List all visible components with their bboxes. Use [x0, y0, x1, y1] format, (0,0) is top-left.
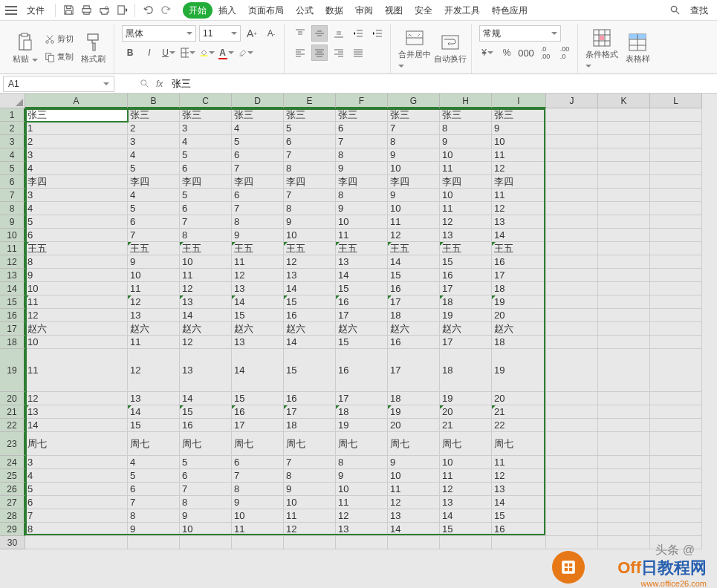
align-right-icon[interactable]	[331, 45, 347, 61]
row-header[interactable]: 11	[0, 242, 25, 255]
col-header[interactable]: H	[440, 94, 492, 108]
cell[interactable]: 周七	[284, 432, 336, 456]
cell[interactable]: 赵六	[180, 322, 232, 336]
cell[interactable]: 16	[232, 405, 284, 419]
cell[interactable]	[598, 122, 650, 135]
decrease-decimal-icon[interactable]: .00.0	[557, 45, 573, 61]
cell[interactable]: 1	[25, 122, 128, 135]
cell[interactable]: 10	[128, 269, 180, 282]
cell[interactable]	[128, 536, 180, 549]
cell[interactable]: 7	[232, 202, 284, 215]
cell[interactable]: 9	[232, 229, 284, 242]
cell[interactable]	[546, 108, 598, 122]
row-header[interactable]: 19	[0, 349, 25, 392]
cell[interactable]: 周七	[180, 432, 232, 456]
col-header[interactable]: G	[388, 94, 440, 108]
row-header[interactable]: 14	[0, 282, 25, 295]
cell[interactable]: 15	[284, 295, 336, 309]
align-center-icon[interactable]	[311, 45, 328, 61]
cell[interactable]: 16	[180, 419, 232, 432]
menu-search[interactable]: 查找	[684, 2, 714, 19]
redo-icon[interactable]	[158, 2, 174, 19]
cell[interactable]: 5	[128, 202, 180, 215]
cell[interactable]: 3	[25, 189, 128, 202]
cell[interactable]: 12	[25, 392, 128, 405]
cell[interactable]: 14	[284, 336, 336, 349]
cell[interactable]	[546, 269, 598, 282]
cell[interactable]: 李四	[180, 175, 232, 189]
cell[interactable]: 21	[440, 419, 492, 432]
align-top-icon[interactable]	[292, 25, 308, 42]
cell[interactable]	[650, 349, 702, 392]
cell[interactable]: 18	[492, 282, 546, 295]
cell[interactable]	[546, 509, 598, 523]
cell[interactable]: 6	[232, 189, 284, 202]
row-header[interactable]: 6	[0, 175, 25, 189]
cell[interactable]	[650, 269, 702, 282]
cell[interactable]: 周七	[25, 432, 128, 456]
underline-icon[interactable]: U	[160, 45, 177, 61]
row-header[interactable]: 3	[0, 135, 25, 148]
cell[interactable]: 4	[128, 456, 180, 469]
cell[interactable]: 4	[128, 189, 180, 202]
menu-tab-1[interactable]: 插入	[212, 2, 242, 19]
col-header[interactable]: J	[546, 94, 598, 108]
cell[interactable]: 9	[492, 122, 546, 135]
cell[interactable]: 18	[388, 392, 440, 405]
cell[interactable]: 王五	[25, 242, 128, 255]
font-select[interactable]: 黑体	[122, 25, 196, 42]
cell[interactable]: 7	[284, 456, 336, 469]
clear-format-icon[interactable]	[238, 45, 254, 61]
cell[interactable]	[650, 336, 702, 349]
cell[interactable]	[650, 432, 702, 456]
cell[interactable]	[598, 229, 650, 242]
cell[interactable]: 9	[284, 215, 336, 229]
cell[interactable]: 17	[336, 309, 388, 322]
cell[interactable]: 19	[492, 295, 546, 309]
cell[interactable]: 13	[232, 282, 284, 295]
cell[interactable]: 赵六	[388, 322, 440, 336]
border-icon[interactable]	[180, 45, 196, 61]
cell[interactable]	[546, 295, 598, 309]
cell[interactable]: 19	[388, 405, 440, 419]
cell[interactable]: 13	[440, 496, 492, 509]
cell[interactable]: 赵六	[492, 322, 546, 336]
cell[interactable]: 7	[388, 122, 440, 135]
row-header[interactable]: 13	[0, 269, 25, 282]
cell[interactable]: 10	[180, 523, 232, 536]
cell[interactable]: 10	[336, 215, 388, 229]
cell[interactable]: 赵六	[232, 322, 284, 336]
cell[interactable]: 11	[440, 202, 492, 215]
cell[interactable]: 7	[25, 509, 128, 523]
cell[interactable]	[546, 349, 598, 392]
cell[interactable]	[598, 269, 650, 282]
cell[interactable]: 12	[388, 229, 440, 242]
cell[interactable]: 11	[284, 509, 336, 523]
cell[interactable]: 3	[25, 148, 128, 162]
cell[interactable]: 18	[388, 309, 440, 322]
col-header[interactable]: F	[336, 94, 388, 108]
increase-decimal-icon[interactable]: .0.00	[537, 45, 554, 61]
formula-input[interactable]	[169, 76, 717, 92]
cell[interactable]: 10	[388, 469, 440, 483]
cell[interactable]: 13	[284, 269, 336, 282]
cell[interactable]: 5	[128, 162, 180, 175]
cell[interactable]: 王五	[492, 242, 546, 255]
cell[interactable]: 17	[440, 282, 492, 295]
copy-button[interactable]: 复制	[45, 49, 74, 65]
cell[interactable]	[546, 456, 598, 469]
row-header[interactable]: 28	[0, 509, 25, 523]
col-header[interactable]: E	[284, 94, 336, 108]
cell[interactable]: 15	[232, 392, 284, 405]
row-header[interactable]: 20	[0, 392, 25, 405]
cell[interactable]: 11	[180, 269, 232, 282]
cell[interactable]: 13	[492, 215, 546, 229]
cell[interactable]: 13	[232, 336, 284, 349]
row-header[interactable]: 23	[0, 432, 25, 456]
cell[interactable]: 15	[336, 282, 388, 295]
cell[interactable]: 8	[180, 496, 232, 509]
cell[interactable]: 5	[180, 456, 232, 469]
cell[interactable]	[650, 255, 702, 269]
cell[interactable]	[546, 242, 598, 255]
cell[interactable]: 11	[440, 162, 492, 175]
